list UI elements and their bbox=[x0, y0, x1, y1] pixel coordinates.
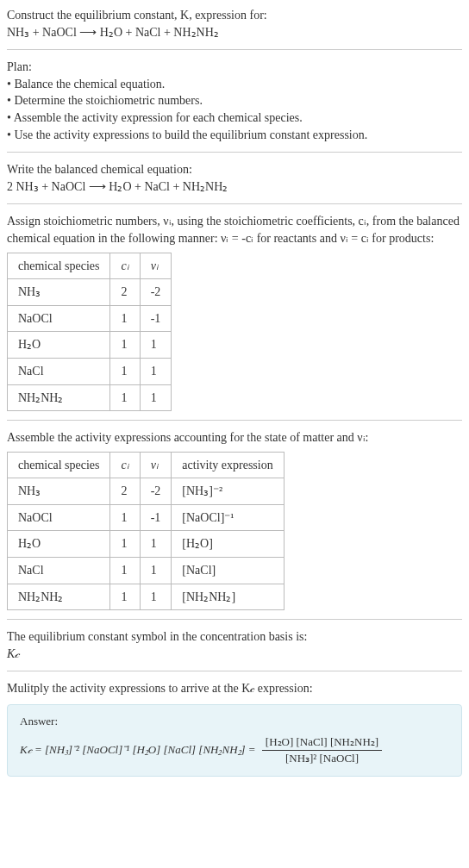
cell-species: H₂O bbox=[8, 531, 110, 558]
assign-section: Assign stoichiometric numbers, νᵢ, using… bbox=[7, 213, 462, 411]
cell-species: NaCl bbox=[8, 358, 110, 384]
divider bbox=[7, 49, 462, 50]
table-row: H₂O 1 1 bbox=[8, 332, 172, 359]
cell-c: 1 bbox=[110, 531, 140, 558]
cell-v: -2 bbox=[140, 478, 172, 505]
cell-v: -2 bbox=[140, 279, 172, 306]
cell-activity: [NH₂NH₂] bbox=[172, 584, 284, 610]
symbol-section: The equilibrium constant symbol in the c… bbox=[7, 628, 462, 662]
cell-v: 1 bbox=[140, 558, 172, 584]
cell-v: -1 bbox=[140, 305, 172, 332]
fraction-numerator: [H₂O] [NaCl] [NH₂NH₂] bbox=[262, 734, 382, 751]
cell-v: -1 bbox=[140, 504, 172, 531]
cell-activity: [NaCl] bbox=[172, 558, 284, 584]
divider bbox=[7, 671, 462, 671]
multiply-section: Mulitply the activity expressions to arr… bbox=[7, 680, 462, 697]
symbol-text: The equilibrium constant symbol in the c… bbox=[7, 628, 462, 646]
answer-box: Answer: K𝒸 = [NH₃]⁻² [NaOCl]⁻¹ [H₂O] [Na… bbox=[7, 704, 462, 777]
cell-v: 1 bbox=[140, 384, 172, 411]
assign-table: chemical species cᵢ νᵢ NH₃ 2 -2 NaOCl 1 … bbox=[7, 253, 172, 412]
cell-c: 2 bbox=[110, 478, 140, 505]
table-header-row: chemical species cᵢ νᵢ bbox=[8, 253, 172, 279]
cell-c: 1 bbox=[110, 332, 140, 359]
plan-item: • Balance the chemical equation. bbox=[7, 76, 462, 93]
multiply-text: Mulitply the activity expressions to arr… bbox=[7, 680, 462, 697]
table-row: NH₃ 2 -2 [NH₃]⁻² bbox=[8, 478, 285, 505]
fraction-denominator: [NH₃]² [NaOCl] bbox=[262, 751, 382, 766]
cell-c: 1 bbox=[110, 358, 140, 384]
table-header-row: chemical species cᵢ νᵢ activity expressi… bbox=[8, 452, 285, 478]
th-v: νᵢ bbox=[140, 253, 172, 279]
cell-activity: [NH₃]⁻² bbox=[172, 478, 284, 505]
cell-c: 1 bbox=[110, 558, 140, 584]
table-row: NaOCl 1 -1 bbox=[8, 305, 172, 332]
th-v: νᵢ bbox=[140, 452, 172, 478]
cell-c: 1 bbox=[110, 584, 140, 610]
plan-title: Plan: bbox=[7, 59, 462, 76]
assemble-text: Assemble the activity expressions accoun… bbox=[7, 429, 462, 446]
table-row: NaCl 1 1 [NaCl] bbox=[8, 558, 285, 584]
cell-species: NaOCl bbox=[8, 504, 110, 531]
cell-v: 1 bbox=[140, 584, 172, 610]
balanced-section: Write the balanced chemical equation: 2 … bbox=[7, 161, 462, 195]
table-row: H₂O 1 1 [H₂O] bbox=[8, 531, 285, 558]
cell-species: NaOCl bbox=[8, 305, 110, 332]
cell-species: NaCl bbox=[8, 558, 110, 584]
header-equation: NH₃ + NaOCl ⟶ H₂O + NaCl + NH₂NH₂ bbox=[7, 24, 462, 41]
cell-species: H₂O bbox=[8, 332, 110, 359]
answer-label: Answer: bbox=[20, 714, 449, 729]
cell-v: 1 bbox=[140, 531, 172, 558]
th-species: chemical species bbox=[8, 452, 110, 478]
answer-expression: K𝒸 = [NH₃]⁻² [NaOCl]⁻¹ [H₂O] [NaCl] [NH₂… bbox=[20, 734, 449, 766]
cell-species: NH₂NH₂ bbox=[8, 584, 110, 610]
table-row: NH₂NH₂ 1 1 bbox=[8, 384, 172, 411]
assemble-table: chemical species cᵢ νᵢ activity expressi… bbox=[7, 452, 285, 611]
assign-text: Assign stoichiometric numbers, νᵢ, using… bbox=[7, 213, 462, 247]
plan-item: • Assemble the activity expression for e… bbox=[7, 109, 462, 127]
cell-activity: [NaOCl]⁻¹ bbox=[172, 504, 284, 531]
prompt-line: Construct the equilibrium constant, K, e… bbox=[7, 7, 462, 24]
cell-c: 1 bbox=[110, 384, 140, 411]
th-activity: activity expression bbox=[172, 452, 284, 478]
table-row: NaCl 1 1 bbox=[8, 358, 172, 384]
th-c: cᵢ bbox=[110, 452, 140, 478]
answer-fraction: [H₂O] [NaCl] [NH₂NH₂] [NH₃]² [NaOCl] bbox=[262, 734, 382, 766]
header-section: Construct the equilibrium constant, K, e… bbox=[7, 7, 462, 41]
cell-species: NH₂NH₂ bbox=[8, 384, 110, 411]
divider bbox=[7, 203, 462, 204]
cell-c: 1 bbox=[110, 504, 140, 531]
cell-c: 2 bbox=[110, 279, 140, 306]
plan-item: • Determine the stoichiometric numbers. bbox=[7, 92, 462, 109]
table-row: NH₃ 2 -2 bbox=[8, 279, 172, 306]
cell-c: 1 bbox=[110, 305, 140, 332]
prompt-text: Construct the equilibrium constant, K, e… bbox=[7, 9, 267, 22]
cell-v: 1 bbox=[140, 332, 172, 359]
cell-v: 1 bbox=[140, 358, 172, 384]
plan-section: Plan: • Balance the chemical equation. •… bbox=[7, 59, 462, 143]
th-species: chemical species bbox=[8, 253, 110, 279]
answer-lhs: K𝒸 = [NH₃]⁻² [NaOCl]⁻¹ [H₂O] [NaCl] [NH₂… bbox=[20, 743, 259, 756]
plan-item: • Use the activity expressions to build … bbox=[7, 127, 462, 144]
cell-activity: [H₂O] bbox=[172, 531, 284, 558]
th-c: cᵢ bbox=[110, 253, 140, 279]
balanced-title: Write the balanced chemical equation: bbox=[7, 161, 462, 178]
divider bbox=[7, 619, 462, 620]
table-row: NH₂NH₂ 1 1 [NH₂NH₂] bbox=[8, 584, 285, 610]
symbol-kc: K𝒸 bbox=[7, 646, 462, 663]
balanced-equation: 2 NH₃ + NaOCl ⟶ H₂O + NaCl + NH₂NH₂ bbox=[7, 178, 462, 196]
divider bbox=[7, 152, 462, 153]
cell-species: NH₃ bbox=[8, 478, 110, 505]
divider bbox=[7, 420, 462, 421]
assemble-section: Assemble the activity expressions accoun… bbox=[7, 429, 462, 610]
cell-species: NH₃ bbox=[8, 279, 110, 306]
table-row: NaOCl 1 -1 [NaOCl]⁻¹ bbox=[8, 504, 285, 531]
